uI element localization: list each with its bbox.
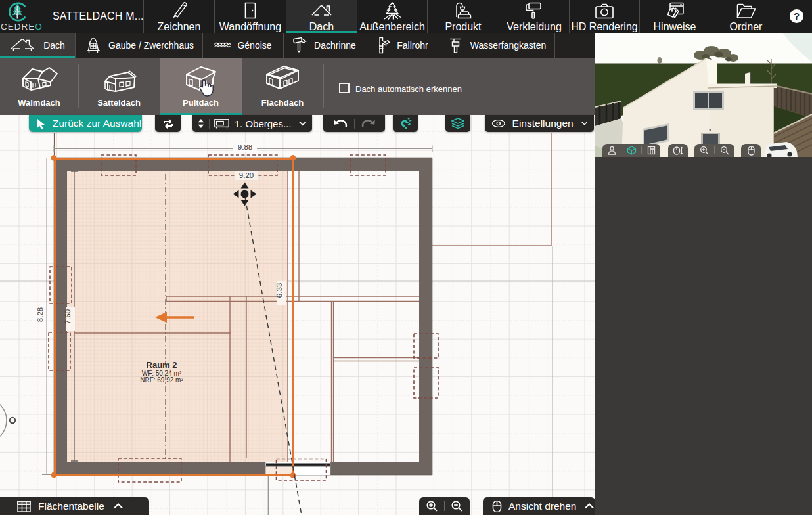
svg-text:8.28: 8.28 bbox=[36, 307, 44, 322]
svg-text:9.20: 9.20 bbox=[239, 171, 254, 179]
svg-text:9.88: 9.88 bbox=[238, 143, 252, 151]
svg-text:CEDREO: CEDREO bbox=[1, 22, 43, 32]
svg-text:7.60: 7.60 bbox=[64, 309, 72, 324]
svg-text:NRF: 69.92 m²: NRF: 69.92 m² bbox=[140, 376, 183, 384]
svg-text:6.33: 6.33 bbox=[275, 283, 283, 298]
svg-text:Raum 2: Raum 2 bbox=[147, 360, 177, 370]
